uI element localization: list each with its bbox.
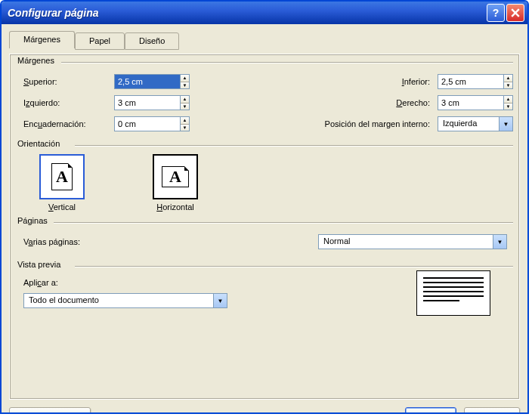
combo-multiple-pages[interactable]: Normal ▼ (318, 234, 507, 249)
page-setup-dialog: Configurar página ? Márgenes Papel Diseñ… (0, 0, 529, 414)
spin-down-icon[interactable]: ▼ (504, 103, 512, 110)
label-margin-right: Derecho: (370, 98, 438, 107)
label-apply-to: Aplicar a: (23, 278, 58, 287)
button-bar: Predeterminar... Aceptar Cancelar (9, 400, 520, 414)
orientation-portrait[interactable]: A Vertical (28, 154, 96, 212)
label-margin-top: Superior: (23, 77, 114, 86)
close-button[interactable] (506, 4, 524, 22)
spin-up-icon[interactable]: ▲ (181, 117, 189, 124)
combo-gutter-pos[interactable]: Izquierda ▼ (438, 116, 513, 131)
tab-strip: Márgenes Papel Diseño (9, 31, 520, 48)
label-multiple-pages: Varias páginas: (23, 237, 114, 246)
combo-apply-to[interactable]: Todo el documento ▼ (23, 293, 227, 308)
group-orientation: Orientación A Vertical A Horizontal (16, 145, 513, 212)
label-margin-bottom: Inferior: (370, 77, 438, 86)
input-margin-top[interactable] (115, 75, 180, 88)
spinner-gutter[interactable]: ▲▼ (114, 116, 190, 131)
group-margins: Márgenes Superior: ▲▼ Inferior: ▲▼ (16, 62, 513, 134)
tab-margins[interactable]: Márgenes (9, 31, 75, 48)
preview-thumbnail (416, 270, 490, 316)
input-margin-bottom[interactable] (438, 75, 503, 88)
chevron-down-icon[interactable]: ▼ (499, 117, 512, 131)
dialog-body: Márgenes Papel Diseño Márgenes Superior:… (2, 24, 527, 412)
group-pages: Páginas Varias páginas: Normal ▼ (16, 222, 513, 252)
orientation-portrait-icon: A (39, 154, 85, 199)
spin-up-icon[interactable]: ▲ (181, 75, 189, 82)
group-pages-legend: Páginas (17, 216, 51, 225)
spin-up-icon[interactable]: ▲ (504, 75, 512, 82)
group-orientation-legend: Orientación (17, 139, 63, 148)
orientation-landscape[interactable]: A Horizontal (141, 154, 209, 212)
spin-down-icon[interactable]: ▼ (181, 103, 189, 110)
chevron-down-icon[interactable]: ▼ (493, 235, 506, 249)
spin-down-icon[interactable]: ▼ (504, 82, 512, 89)
orientation-landscape-label: Horizontal (156, 202, 194, 212)
input-margin-left[interactable] (115, 96, 180, 110)
label-gutter: Encuadernación: (23, 119, 114, 128)
default-button[interactable]: Predeterminar... (9, 407, 91, 414)
group-preview: Vista previa Aplicar a: Todo el document… (16, 266, 513, 311)
window-title: Configurar página (8, 7, 485, 19)
close-icon (511, 8, 520, 17)
label-margin-left: Izquierdo: (23, 98, 114, 107)
spinner-margin-right[interactable]: ▲▼ (438, 95, 513, 110)
label-gutter-pos: Posición del margen interno: (325, 119, 438, 128)
tab-paper[interactable]: Papel (75, 32, 125, 50)
spin-down-icon[interactable]: ▼ (181, 82, 189, 89)
chevron-down-icon[interactable]: ▼ (213, 294, 227, 307)
spinner-margin-bottom[interactable]: ▲▼ (438, 74, 513, 89)
combo-gutter-pos-value: Izquierda (438, 117, 499, 131)
spin-down-icon[interactable]: ▼ (181, 124, 189, 131)
spin-up-icon[interactable]: ▲ (181, 96, 189, 103)
title-bar[interactable]: Configurar página ? (2, 2, 527, 24)
cancel-button[interactable]: Cancelar (464, 407, 520, 414)
spin-up-icon[interactable]: ▲ (504, 96, 512, 103)
combo-multiple-pages-value: Normal (319, 235, 493, 249)
orientation-portrait-label: Vertical (48, 202, 76, 212)
orientation-landscape-icon: A (153, 154, 198, 199)
ok-button[interactable]: Aceptar (405, 407, 456, 414)
combo-apply-to-value: Todo el documento (24, 294, 213, 307)
spinner-margin-top[interactable]: ▲▼ (114, 74, 190, 89)
tab-content: Márgenes Superior: ▲▼ Inferior: ▲▼ (9, 54, 520, 400)
tab-layout[interactable]: Diseño (125, 32, 179, 50)
group-margins-legend: Márgenes (17, 56, 57, 65)
help-button[interactable]: ? (487, 4, 505, 22)
input-gutter[interactable] (115, 117, 180, 131)
input-margin-right[interactable] (438, 96, 503, 110)
spinner-margin-left[interactable]: ▲▼ (114, 95, 190, 110)
